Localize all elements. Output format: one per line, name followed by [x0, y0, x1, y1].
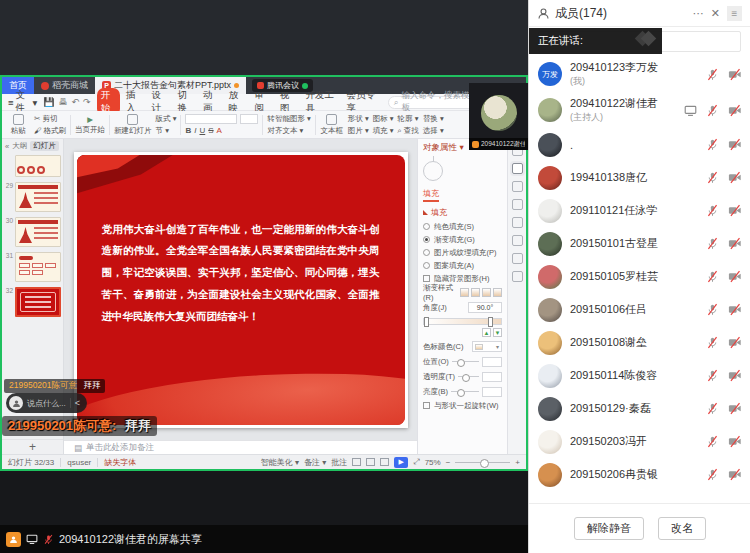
- slide-thumbnail[interactable]: [15, 217, 61, 247]
- replace-button[interactable]: 替换 ▾: [423, 114, 444, 124]
- normal-view-icon[interactable]: [352, 458, 361, 466]
- fill-option[interactable]: 图案填充(A): [423, 259, 502, 272]
- members-icon[interactable]: [6, 532, 21, 547]
- format-painter-button[interactable]: 🖌 格式刷: [34, 126, 66, 136]
- font-color-button[interactable]: A: [217, 126, 222, 135]
- shape-button[interactable]: 形状 ▾: [348, 114, 369, 124]
- gradient-style-button[interactable]: [460, 288, 469, 297]
- props-strip-icon[interactable]: [512, 235, 523, 246]
- current-slide[interactable]: 党用伟大奋斗创造了百年伟业，也一定能用新的伟大奋斗创造新的伟业。全党全军全国各族…: [74, 152, 408, 428]
- props-strip-icon[interactable]: [512, 271, 523, 282]
- rotate-with-shape-option[interactable]: 与形状一起旋转(W): [423, 399, 502, 412]
- brightness-value[interactable]: [482, 387, 502, 397]
- fill-tab[interactable]: 填充: [423, 188, 439, 202]
- slide-canvas[interactable]: 党用伟大奋斗创造了百年伟业，也一定能用新的伟大奋斗创造新的伟业。全党全军全国各族…: [64, 139, 417, 440]
- more-options-button[interactable]: ⋯: [693, 7, 704, 20]
- member-row[interactable]: 209150108谢垒: [529, 326, 750, 359]
- props-strip-icon[interactable]: [512, 217, 523, 228]
- outline-button[interactable]: 轮廓 ▾: [398, 114, 419, 124]
- gradient-stop[interactable]: [488, 317, 493, 327]
- position-slider[interactable]: [452, 361, 479, 362]
- quick-access-toolbar[interactable]: 💾🖶↶↷: [43, 97, 90, 107]
- member-row[interactable]: 209410122谢佳君(主持人): [529, 92, 750, 128]
- align-text-button[interactable]: 对齐文本 ▾: [267, 126, 310, 136]
- slide-sorter-view-icon[interactable]: [366, 458, 375, 466]
- add-slide-button[interactable]: +: [2, 439, 63, 454]
- fill-option[interactable]: 图片或纹理填充(P): [423, 246, 502, 259]
- fill-section-header[interactable]: 填充: [423, 207, 502, 218]
- slide-thumbnail[interactable]: [15, 155, 61, 177]
- wps-store-tab[interactable]: 稻壳商城: [34, 77, 95, 94]
- tab-slides[interactable]: 幻灯片: [30, 141, 59, 151]
- fill-option[interactable]: 纯色填充(S): [423, 220, 502, 233]
- member-row[interactable]: 万发209410123李万发(我): [529, 56, 750, 92]
- italic-button[interactable]: I: [194, 126, 196, 135]
- play-from-current-button[interactable]: ▶当页开始: [75, 115, 105, 135]
- find-button[interactable]: ⌕ 查找: [398, 126, 419, 136]
- textbox-button[interactable]: 文本框: [320, 114, 344, 136]
- font-name-box[interactable]: [185, 114, 237, 124]
- slide-thumbnail[interactable]: [15, 252, 61, 282]
- rename-button[interactable]: 改名: [658, 517, 706, 540]
- position-value[interactable]: [482, 357, 502, 367]
- member-row[interactable]: 209150101古登星: [529, 227, 750, 260]
- slide-thumbnail[interactable]: [15, 287, 61, 317]
- section-button[interactable]: 节 ▾: [156, 126, 177, 136]
- member-row[interactable]: .: [529, 128, 750, 161]
- zoom-slider[interactable]: [455, 462, 510, 463]
- layout-button[interactable]: 版式 ▾: [156, 114, 177, 124]
- reading-view-icon[interactable]: [380, 458, 389, 466]
- cut-button[interactable]: ✂ 剪切: [34, 114, 66, 124]
- print-icon[interactable]: 🖶: [58, 97, 67, 107]
- picture-button[interactable]: 图片 ▾: [348, 126, 369, 136]
- unmute-button[interactable]: 解除静音: [574, 517, 644, 540]
- gradient-style-button[interactable]: [493, 288, 502, 297]
- member-row[interactable]: 209150106任吕: [529, 293, 750, 326]
- paste-button[interactable]: 粘贴: [6, 114, 30, 136]
- transparency-value[interactable]: [482, 372, 502, 382]
- fill-option[interactable]: 渐变填充(G): [423, 233, 502, 246]
- transparency-slider[interactable]: [458, 376, 479, 377]
- chat-input-placeholder[interactable]: 说点什么...: [27, 398, 66, 409]
- select-button[interactable]: 选择 ▾: [423, 126, 444, 136]
- smartart-convert-button[interactable]: 转智能图形 ▾: [267, 114, 310, 124]
- gradient-stop[interactable]: [424, 317, 429, 327]
- beautify-button[interactable]: 智能美化 ▾: [261, 457, 299, 468]
- strike-button[interactable]: S: [208, 126, 213, 135]
- notes-bar[interactable]: ▤ 单击此处添加备注: [64, 440, 417, 454]
- props-strip-icon[interactable]: [512, 253, 523, 264]
- brightness-slider[interactable]: [451, 391, 479, 392]
- undo-icon[interactable]: ↶: [71, 97, 79, 107]
- icon-gallery-button[interactable]: 图标 ▾: [373, 114, 394, 124]
- font-size-box[interactable]: [240, 114, 258, 124]
- props-strip-icon[interactable]: [512, 181, 523, 192]
- tab-outline[interactable]: 大纲: [12, 141, 27, 151]
- fill-button[interactable]: 填充 ▾: [373, 126, 394, 136]
- close-panel-button[interactable]: ✕: [711, 7, 720, 20]
- quick-chat-bubble[interactable]: 说点什么... <: [6, 393, 87, 413]
- collapse-panel-button[interactable]: «: [5, 142, 9, 151]
- stop-color-dropdown[interactable]: ▾: [472, 341, 502, 352]
- member-row[interactable]: 209150105罗桂芸: [529, 260, 750, 293]
- props-strip-icon[interactable]: [512, 163, 523, 174]
- collapse-chat-button[interactable]: <: [75, 398, 80, 408]
- save-icon[interactable]: 💾: [43, 97, 54, 107]
- remove-stop-button[interactable]: ▼: [493, 328, 502, 337]
- gradient-style-button[interactable]: [471, 288, 480, 297]
- slideshow-play-button[interactable]: ▶: [394, 457, 408, 468]
- meeting-share-indicator[interactable]: 腾讯会议: [252, 79, 313, 92]
- member-row[interactable]: 209150114陈俊容: [529, 359, 750, 392]
- member-row[interactable]: 209110121任泳学: [529, 194, 750, 227]
- underline-button[interactable]: U: [199, 126, 205, 135]
- floating-video-window[interactable]: 209410122谢佳君: [469, 83, 528, 150]
- bold-button[interactable]: B: [185, 126, 191, 135]
- redo-icon[interactable]: ↷: [83, 97, 91, 107]
- missing-font-warning[interactable]: 缺失字体: [104, 457, 136, 468]
- new-slide-button[interactable]: 新建幻灯片: [114, 114, 152, 136]
- props-strip-icon[interactable]: [512, 199, 523, 210]
- member-row[interactable]: 209150203冯开: [529, 425, 750, 458]
- gradient-bar[interactable]: [423, 318, 502, 325]
- member-row[interactable]: 209150206冉贵银: [529, 458, 750, 491]
- zoom-in-button[interactable]: +: [515, 458, 520, 467]
- comment-button[interactable]: 批注: [331, 457, 347, 468]
